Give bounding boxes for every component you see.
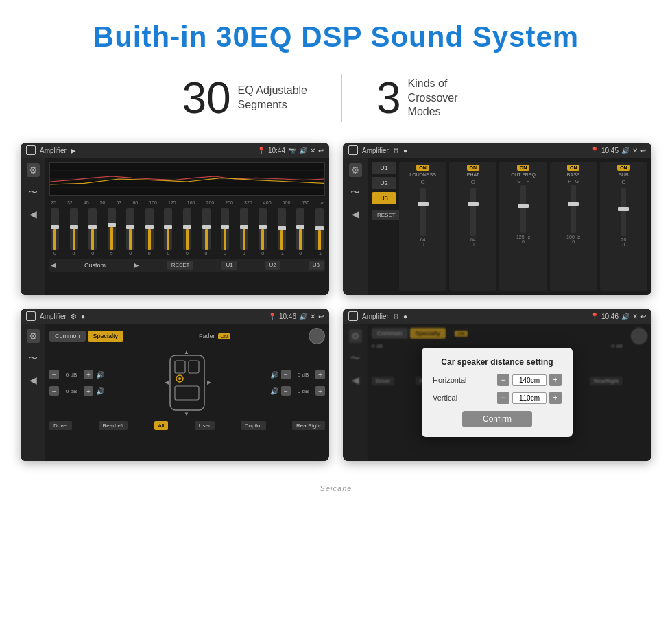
- close-icon-br[interactable]: ✕: [632, 313, 638, 320]
- vertical-plus[interactable]: +: [549, 392, 562, 404]
- plus-btn-1[interactable]: +: [84, 370, 93, 379]
- left-sidebar-tl: ⚙ 〜 ◀: [21, 158, 45, 295]
- volume-icon-br[interactable]: 🔊: [621, 313, 629, 320]
- bg-on-row: ON: [455, 328, 468, 339]
- close-icon-tr[interactable]: ✕: [632, 147, 638, 154]
- eq-icon-tr[interactable]: ⚙: [349, 163, 362, 177]
- wave-icon-tr[interactable]: 〜: [350, 187, 360, 199]
- home-icon-br[interactable]: [348, 311, 358, 321]
- eq-icon-bl[interactable]: ⚙: [27, 329, 40, 343]
- close-icon-tl[interactable]: ✕: [310, 147, 315, 154]
- horizontal-value: 140cm: [512, 374, 547, 386]
- plus-btn-3[interactable]: +: [315, 370, 325, 379]
- speaker-icon-tl[interactable]: ◀: [29, 208, 37, 219]
- u3-btn-tl[interactable]: U3: [309, 261, 324, 270]
- db-val-3: 0 dB: [293, 372, 313, 378]
- back-icon-br[interactable]: ↩: [640, 313, 646, 320]
- prev-btn[interactable]: ◀: [51, 261, 56, 269]
- minus-btn-1[interactable]: −: [49, 370, 59, 379]
- next-btn[interactable]: ▶: [134, 261, 139, 269]
- horizontal-plus[interactable]: +: [549, 374, 562, 386]
- screen-content-br: ⚙ 〜 ◀ Common Specialty ON 0 dB 0 dB: [343, 324, 651, 461]
- plus-btn-4[interactable]: +: [315, 386, 325, 396]
- eq-slider-6[interactable]: 0: [145, 208, 154, 256]
- volume-icon-tr[interactable]: 🔊: [621, 147, 629, 154]
- eq-slider-4[interactable]: 5: [108, 208, 116, 256]
- rearleft-btn[interactable]: RearLeft: [99, 421, 128, 430]
- back-icon-bl[interactable]: ↩: [318, 313, 324, 320]
- close-icon-bl[interactable]: ✕: [310, 313, 315, 320]
- confirm-button[interactable]: Confirm: [462, 411, 532, 427]
- svg-text:◀: ◀: [165, 379, 169, 385]
- eq-slider-15[interactable]: -1: [315, 208, 324, 256]
- back-icon-tr[interactable]: ↩: [640, 147, 646, 154]
- tab-common-bl[interactable]: Common: [49, 331, 86, 342]
- eq-slider-10[interactable]: 0: [221, 208, 229, 256]
- wave-icon-tl[interactable]: 〜: [28, 187, 38, 199]
- stat-eq: 30 EQ AdjustableSegments: [147, 76, 341, 120]
- g-label-bass2: G: [575, 179, 579, 184]
- eq-slider-2[interactable]: 0: [70, 208, 78, 256]
- preset-u3[interactable]: U3: [372, 192, 396, 204]
- eq-slider-14[interactable]: 0: [296, 208, 304, 256]
- speaker-icon-tr[interactable]: ◀: [352, 208, 359, 219]
- screen-eq: Amplifier ▶ 📍 10:44 📷 🔊 ✕ ↩ ⚙ 〜 ◀: [21, 143, 329, 295]
- user-avatar-bl: [309, 328, 325, 344]
- plus-btn-2[interactable]: +: [84, 386, 93, 396]
- minus-btn-4[interactable]: −: [281, 386, 291, 396]
- play-icon[interactable]: ▶: [71, 147, 76, 154]
- eq-slider-1[interactable]: 0: [51, 208, 59, 256]
- speaker-main: Common Specialty Fader ON −: [45, 324, 329, 461]
- home-icon-tr[interactable]: [348, 145, 358, 155]
- eq-slider-5[interactable]: 0: [126, 208, 134, 256]
- vol-ctrl-1: − 0 dB + 🔊: [49, 370, 104, 379]
- phat-value: 64: [470, 237, 476, 242]
- u1-btn-tl[interactable]: U1: [221, 261, 237, 270]
- u2-btn-tl[interactable]: U2: [265, 261, 280, 270]
- location-icon-tr: 📍: [590, 147, 599, 154]
- app-title-br: Amplifier: [362, 313, 389, 320]
- eq-slider-13[interactable]: -1: [278, 208, 286, 256]
- eq-slider-3[interactable]: 0: [88, 208, 97, 256]
- settings-icon-bl: ⚙: [71, 313, 77, 320]
- eq-icon-tl[interactable]: ⚙: [27, 163, 40, 177]
- db-val-4: 0 dB: [293, 388, 313, 394]
- preset-u1[interactable]: U1: [372, 162, 396, 174]
- vertical-minus[interactable]: −: [497, 392, 509, 404]
- speaker-top-row: Common Specialty Fader ON: [49, 328, 325, 344]
- eq-slider-9[interactable]: 0: [202, 208, 211, 256]
- phat-slider[interactable]: [470, 188, 476, 236]
- eq-slider-7[interactable]: 0: [164, 208, 172, 256]
- volume-icon-tl[interactable]: 🔊: [299, 147, 307, 154]
- eq-slider-11[interactable]: 0: [240, 208, 248, 256]
- all-btn[interactable]: All: [154, 421, 169, 430]
- loudness-slider[interactable]: [420, 188, 426, 236]
- speaker-icon-bl[interactable]: ◀: [29, 374, 37, 385]
- preset-u2[interactable]: U2: [372, 177, 396, 189]
- back-icon-tl[interactable]: ↩: [318, 147, 324, 154]
- home-icon-bl[interactable]: [26, 311, 36, 321]
- svg-text:▲: ▲: [184, 349, 189, 355]
- minus-btn-2[interactable]: −: [49, 386, 59, 396]
- cutfreq-slider[interactable]: [520, 185, 526, 233]
- user-btn[interactable]: User: [195, 421, 215, 430]
- reset-btn-tl[interactable]: RESET: [167, 261, 194, 270]
- driver-btn[interactable]: Driver: [49, 421, 72, 430]
- horizontal-minus[interactable]: −: [497, 374, 509, 386]
- eq-slider-12[interactable]: 0: [259, 208, 267, 256]
- fader-on-badge: ON: [218, 333, 231, 339]
- eq-slider-8[interactable]: 0: [183, 208, 191, 256]
- home-icon-tl[interactable]: [26, 145, 36, 155]
- bass-slider[interactable]: [571, 185, 576, 233]
- camera-icon-tl: 📷: [288, 147, 296, 154]
- volume-icon-bl[interactable]: 🔊: [299, 313, 307, 320]
- tab-specialty-bl[interactable]: Specialty: [88, 331, 124, 342]
- wave-icon-bl[interactable]: 〜: [28, 353, 38, 365]
- status-right-bl: 📍 10:46 🔊 ✕ ↩: [268, 313, 324, 320]
- speaker-arrow-4: 🔊: [270, 387, 278, 395]
- minus-btn-3[interactable]: −: [281, 370, 291, 379]
- rearright-btn[interactable]: RearRight: [292, 421, 325, 430]
- copilot-btn[interactable]: Copilot: [241, 421, 266, 430]
- reset-btn-tr[interactable]: RESET: [372, 210, 401, 220]
- sub-slider[interactable]: [621, 188, 626, 236]
